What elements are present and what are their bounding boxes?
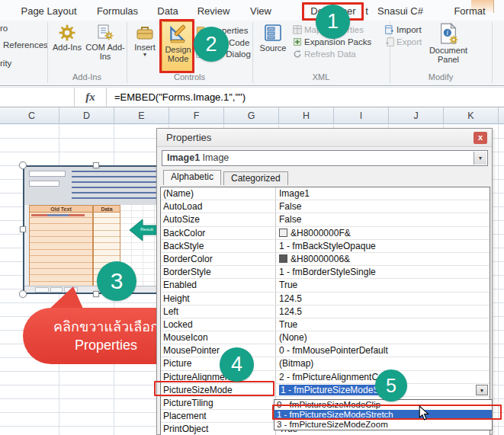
- property-value[interactable]: &H8000000F&: [276, 227, 490, 240]
- mouse-cursor-icon: [419, 405, 429, 424]
- com-add-ins-label: COM Add-Ins: [85, 43, 125, 61]
- object-type: Image: [203, 152, 230, 163]
- property-row-picture[interactable]: Picture(Bitmap): [161, 357, 490, 370]
- property-value[interactable]: False: [276, 213, 490, 226]
- excel-window: Page LayoutFormulasDataReviewViewDevelop…: [0, 0, 504, 435]
- source-label: Source: [256, 43, 290, 53]
- color-swatch-icon: [279, 229, 287, 237]
- object-name: Image1: [167, 152, 200, 163]
- property-name: BorderStyle: [161, 266, 276, 279]
- close-icon[interactable]: x: [474, 132, 487, 144]
- refresh-data-label: Refresh Data: [304, 50, 356, 59]
- tab-categorized[interactable]: Categorized: [223, 171, 288, 185]
- resize-handle-bottom-middle[interactable]: [93, 291, 99, 297]
- ribbon-tab-page-layout[interactable]: Page Layout: [14, 2, 84, 20]
- property-value[interactable]: Image1: [276, 187, 490, 200]
- property-row-mouseicon[interactable]: MouseIcon(None): [161, 331, 490, 344]
- property-row-backcolor[interactable]: BackColor&H8000000F&: [161, 227, 490, 240]
- property-name: AutoLoad: [161, 200, 276, 213]
- formula-input[interactable]: =EMBED("Forms.Image.1",""): [114, 88, 246, 107]
- formula-bar: fx =EMBED("Forms.Image.1",""): [0, 87, 504, 107]
- resize-handle-top-left[interactable]: [19, 162, 27, 169]
- column-header-e[interactable]: E: [114, 107, 169, 124]
- partial-label-security: rity: [0, 59, 11, 68]
- ribbon-tab-formulas[interactable]: Formulas: [93, 2, 142, 20]
- source-icon: [264, 24, 282, 42]
- xml-group-label: XML: [252, 72, 390, 83]
- column-header-j[interactable]: J: [389, 107, 444, 124]
- com-add-ins-button[interactable]: COM Add-Ins: [85, 22, 125, 71]
- name-box[interactable]: [0, 88, 75, 107]
- combo-dropdown-icon[interactable]: ▼: [474, 152, 486, 165]
- property-value[interactable]: &H80000006&: [276, 253, 490, 266]
- color-swatch-icon: [279, 254, 287, 263]
- column-header-c[interactable]: C: [5, 107, 59, 124]
- insert-control-button[interactable]: Insert ▼: [129, 22, 161, 71]
- dropdown-button-icon[interactable]: ▼: [476, 385, 488, 395]
- property-value[interactable]: True: [276, 318, 490, 331]
- import-button[interactable]: Import: [385, 25, 422, 37]
- ribbon-tab-view[interactable]: View: [242, 2, 279, 20]
- ribbon-tab-snasui-c-[interactable]: Snasui C#: [375, 2, 425, 20]
- ribbon-tab-format[interactable]: Format: [445, 2, 494, 20]
- property-row-autoload[interactable]: AutoLoadFalse: [161, 200, 490, 213]
- column-header-k[interactable]: K: [444, 107, 499, 124]
- property-row-borderstyle[interactable]: BorderStyle1 - fmBorderStyleSingle: [161, 266, 490, 279]
- mini-formula-strip: [24, 167, 168, 205]
- object-selector-combo[interactable]: Image1 Image ▼: [162, 150, 488, 166]
- property-value[interactable]: True: [276, 279, 490, 292]
- resize-handle-middle-left[interactable]: [20, 226, 26, 232]
- gear-icon: [59, 24, 75, 41]
- property-value[interactable]: (None): [276, 331, 490, 344]
- column-header-g[interactable]: G: [224, 107, 279, 124]
- column-header-i[interactable]: I: [334, 107, 389, 124]
- property-value[interactable]: 1 - fmBackStyleOpaque: [276, 240, 490, 253]
- property-name: Placement: [161, 410, 276, 423]
- dropdown-item-2[interactable]: 3 - fmPictureSizeModeZoom: [274, 420, 492, 430]
- property-row-locked[interactable]: LockedTrue: [161, 318, 490, 331]
- property-row-autosize[interactable]: AutoSizeFalse: [161, 213, 490, 226]
- resize-handle-bottom-left[interactable]: [19, 290, 27, 298]
- ribbon-tab-data[interactable]: Data: [151, 2, 185, 20]
- ribbon-content: ro References rity Add-Ins COM Add-Ins: [0, 21, 504, 85]
- property-name: AutoSize: [161, 213, 276, 226]
- step-circle-3: 3: [97, 261, 136, 301]
- tab-alphabetic[interactable]: Alphabetic: [163, 170, 221, 185]
- column-header-f[interactable]: F: [169, 107, 224, 124]
- property-row-backstyle[interactable]: BackStyle1 - fmBackStyleOpaque: [161, 240, 490, 253]
- property-row-mousepointer[interactable]: MousePointer0 - fmMousePointerDefault: [161, 344, 490, 357]
- property-value[interactable]: 1 - fmBorderStyleSingle: [276, 266, 490, 279]
- property-value[interactable]: False: [276, 200, 490, 213]
- property-value[interactable]: 124.5: [276, 305, 490, 318]
- property-row-enabled[interactable]: EnabledTrue: [161, 279, 490, 292]
- add-ins-label: Add-Ins: [49, 43, 85, 52]
- property-row-bordercolor[interactable]: BorderColor&H80000006&: [161, 253, 490, 266]
- column-headers: CDEFGHIJK: [0, 107, 504, 124]
- add-ins-group-label: Add-Ins: [47, 72, 127, 83]
- insert-dropdown-caret[interactable]: ▼: [129, 52, 161, 58]
- add-ins-button[interactable]: Add-Ins: [49, 22, 85, 71]
- resize-handle-top-middle[interactable]: [93, 162, 99, 168]
- export-icon: [385, 37, 394, 48]
- properties-window-title: Properties: [157, 129, 492, 147]
- ribbon-tab-review[interactable]: Review: [191, 2, 236, 20]
- property-value[interactable]: (Bitmap): [276, 357, 490, 370]
- property-name: PictureTiling: [161, 397, 276, 410]
- step-circle-4: 4: [220, 347, 254, 382]
- export-label: Export: [396, 37, 422, 46]
- document-panel-button[interactable]: i Document Panel: [427, 22, 470, 71]
- annotation-box-picturesizemode-label: [154, 381, 274, 396]
- property-name: Height: [161, 293, 276, 305]
- column-header-d[interactable]: D: [59, 107, 114, 124]
- source-button[interactable]: Source: [256, 22, 290, 71]
- property-row-height[interactable]: Height124.5: [161, 293, 490, 305]
- column-header-h[interactable]: H: [279, 107, 334, 124]
- property-row-left[interactable]: Left124.5: [161, 305, 490, 318]
- property-value[interactable]: 124.5: [276, 293, 490, 305]
- property-name: BackStyle: [161, 240, 276, 253]
- property-value[interactable]: 0 - fmMousePointerDefault: [276, 344, 490, 357]
- property-row-name[interactable]: (Name)Image1: [161, 187, 490, 200]
- step-circle-1: 1: [316, 5, 350, 39]
- expansion-packs-button[interactable]: Expansion Packs: [293, 37, 371, 49]
- embedded-image-object[interactable]: Old Text Data Result: [23, 165, 169, 294]
